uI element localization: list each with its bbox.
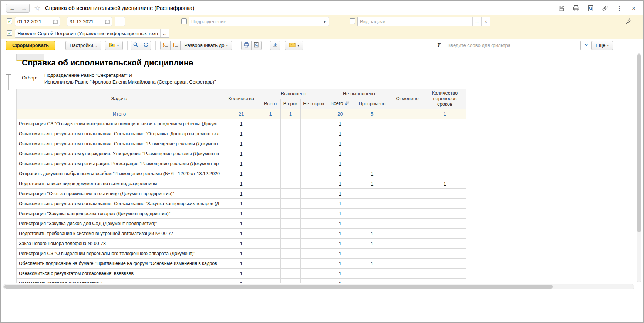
value-cell[interactable] bbox=[300, 239, 327, 249]
value-cell[interactable]: 1 bbox=[327, 249, 353, 259]
date-from-input[interactable] bbox=[15, 17, 51, 26]
value-cell[interactable]: 1 bbox=[222, 259, 260, 269]
task-cell[interactable]: Ознакомиться с результатом согласования:… bbox=[17, 269, 222, 279]
value-cell[interactable] bbox=[424, 189, 466, 199]
value-cell[interactable]: 1 bbox=[327, 229, 353, 239]
executor-checkbox[interactable]: ✓ bbox=[7, 30, 12, 36]
settings-button[interactable]: Настройки... bbox=[65, 41, 101, 50]
value-cell[interactable] bbox=[300, 179, 327, 189]
value-cell[interactable] bbox=[353, 129, 391, 139]
value-cell[interactable] bbox=[353, 159, 391, 169]
value-cell[interactable]: 1 bbox=[222, 179, 260, 189]
collapse-groups-button[interactable] bbox=[160, 41, 171, 50]
pin-icon[interactable] bbox=[625, 18, 632, 27]
value-cell[interactable] bbox=[391, 209, 424, 219]
print-button[interactable] bbox=[241, 41, 252, 50]
value-cell[interactable] bbox=[353, 149, 391, 159]
choose-icon[interactable]: ... bbox=[472, 17, 481, 26]
value-cell[interactable] bbox=[260, 249, 281, 259]
vertical-scrollbar[interactable] bbox=[637, 53, 641, 282]
value-cell[interactable] bbox=[260, 239, 281, 249]
column-header-cancelled[interactable]: Отменено bbox=[391, 89, 424, 109]
totals-value-cell[interactable] bbox=[391, 109, 424, 119]
totals-value-cell[interactable]: 1 bbox=[424, 109, 466, 119]
value-cell[interactable] bbox=[353, 269, 391, 279]
value-cell[interactable] bbox=[391, 149, 424, 159]
value-cell[interactable] bbox=[353, 199, 391, 209]
totals-value-cell[interactable]: 5 bbox=[353, 109, 391, 119]
task-cell[interactable]: Регистрация СЗ "О выделении персональног… bbox=[17, 249, 222, 259]
value-cell[interactable] bbox=[300, 229, 327, 239]
value-cell[interactable] bbox=[281, 249, 301, 259]
column-header-reschedules[interactable]: Количество переносов сроков bbox=[424, 89, 466, 109]
value-cell[interactable] bbox=[300, 149, 327, 159]
value-cell[interactable] bbox=[353, 189, 391, 199]
report-variants-button[interactable]: ▾ bbox=[105, 41, 123, 50]
value-cell[interactable]: 1 bbox=[222, 239, 260, 249]
value-cell[interactable]: 1 bbox=[327, 209, 353, 219]
department-checkbox[interactable] bbox=[181, 18, 187, 24]
column-group-done[interactable]: Выполнено bbox=[260, 89, 327, 99]
value-cell[interactable] bbox=[424, 149, 466, 159]
value-cell[interactable] bbox=[300, 209, 327, 219]
value-cell[interactable] bbox=[260, 119, 281, 129]
calendar-icon[interactable] bbox=[51, 17, 60, 26]
value-cell[interactable] bbox=[300, 249, 327, 259]
value-cell[interactable] bbox=[260, 169, 281, 179]
find-next-button[interactable] bbox=[141, 41, 151, 50]
value-cell[interactable]: 1 bbox=[222, 169, 260, 179]
value-cell[interactable] bbox=[353, 119, 391, 129]
value-cell[interactable] bbox=[300, 159, 327, 169]
task-type-input[interactable] bbox=[358, 17, 472, 26]
value-cell[interactable] bbox=[260, 189, 281, 199]
value-cell[interactable] bbox=[300, 279, 327, 284]
value-cell[interactable] bbox=[281, 259, 301, 269]
task-cell[interactable]: Ознакомиться с результатом согласования:… bbox=[17, 129, 222, 139]
task-cell[interactable]: Ознакомиться с результатом согласования:… bbox=[17, 139, 222, 149]
value-cell[interactable]: 1 bbox=[327, 189, 353, 199]
clear-icon[interactable]: × bbox=[481, 17, 490, 26]
value-cell[interactable] bbox=[391, 279, 424, 284]
task-cell[interactable]: Ознакомиться с результатом утверждения: … bbox=[17, 149, 222, 159]
value-cell[interactable]: 1 bbox=[327, 269, 353, 279]
value-cell[interactable] bbox=[300, 129, 327, 139]
value-cell[interactable]: 1 bbox=[222, 249, 260, 259]
value-cell[interactable] bbox=[424, 259, 466, 269]
value-cell[interactable]: 1 bbox=[327, 119, 353, 129]
chevron-down-icon[interactable]: ▾ bbox=[320, 17, 329, 26]
value-cell[interactable]: 1 bbox=[327, 129, 353, 139]
value-cell[interactable]: 1 bbox=[353, 179, 391, 189]
value-cell[interactable] bbox=[391, 229, 424, 239]
totals-label[interactable]: Итого bbox=[17, 109, 222, 119]
generate-button[interactable]: Сформировать bbox=[6, 41, 55, 50]
close-icon[interactable]: × bbox=[630, 4, 637, 12]
value-cell[interactable] bbox=[281, 239, 301, 249]
horizontal-scrollbar[interactable] bbox=[3, 284, 634, 289]
value-cell[interactable] bbox=[391, 259, 424, 269]
value-cell[interactable] bbox=[260, 259, 281, 269]
value-cell[interactable] bbox=[281, 139, 301, 149]
value-cell[interactable]: 1 bbox=[222, 119, 260, 129]
value-cell[interactable]: 1 bbox=[222, 209, 260, 219]
value-cell[interactable] bbox=[353, 139, 391, 149]
value-cell[interactable]: 1 bbox=[327, 259, 353, 269]
preview-button[interactable] bbox=[251, 41, 262, 50]
value-cell[interactable] bbox=[260, 149, 281, 159]
column-header-count[interactable]: Количество bbox=[222, 89, 260, 109]
value-cell[interactable] bbox=[260, 179, 281, 189]
value-cell[interactable] bbox=[391, 239, 424, 249]
value-cell[interactable]: 1 bbox=[222, 129, 260, 139]
column-header-done-on-time[interactable]: В срок bbox=[281, 99, 301, 109]
value-cell[interactable] bbox=[281, 199, 301, 209]
value-cell[interactable]: 1 bbox=[327, 279, 353, 284]
value-cell[interactable] bbox=[300, 189, 327, 199]
more-menu-icon[interactable]: ⋮ bbox=[616, 4, 623, 12]
value-cell[interactable]: 1 bbox=[327, 219, 353, 229]
value-cell[interactable] bbox=[300, 119, 327, 129]
value-cell[interactable] bbox=[300, 199, 327, 209]
value-cell[interactable] bbox=[300, 219, 327, 229]
value-cell[interactable] bbox=[391, 119, 424, 129]
value-cell[interactable]: 1 bbox=[222, 229, 260, 239]
value-cell[interactable] bbox=[424, 129, 466, 139]
expand-to-button[interactable]: Разворачивать до ▾ bbox=[180, 41, 232, 50]
